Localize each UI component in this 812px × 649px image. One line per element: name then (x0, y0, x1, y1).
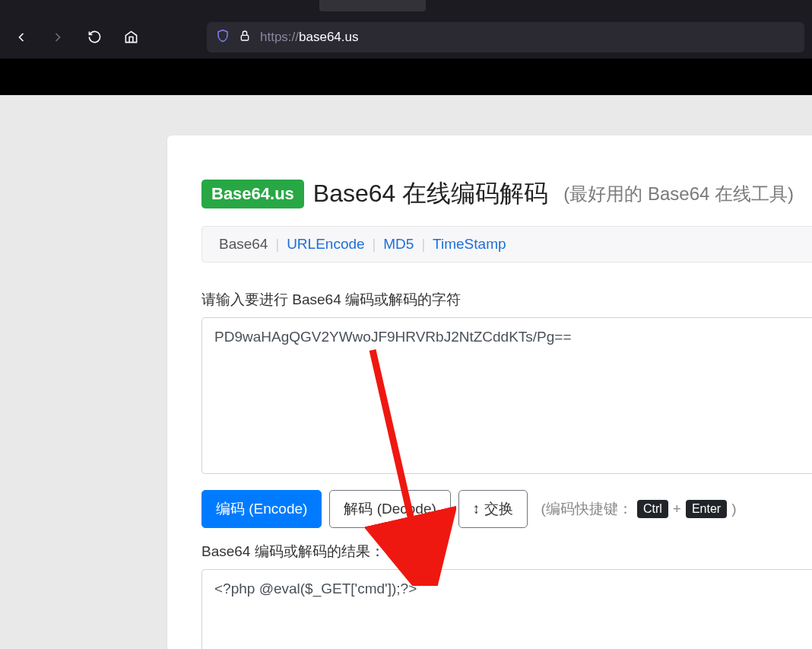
home-button[interactable] (117, 24, 144, 51)
browser-chrome: https://base64.us (0, 0, 812, 59)
reload-button[interactable] (81, 24, 108, 51)
page-subtitle: (最好用的 Base64 在线工具) (563, 182, 794, 206)
svg-rect-0 (241, 35, 248, 40)
url-domain: base64.us (299, 30, 358, 45)
swap-button[interactable]: ↕ 交换 (458, 490, 528, 528)
output-textarea[interactable] (201, 569, 812, 649)
main-panel: Base64.us Base64 在线编码解码 (最好用的 Base64 在线工… (167, 135, 812, 649)
browser-toolbar: https://base64.us (0, 15, 812, 59)
lock-icon (239, 30, 251, 45)
page-background: Base64.us Base64 在线编码解码 (最好用的 Base64 在线工… (0, 95, 812, 649)
shortcut-hint: (编码快捷键： Ctrl + Enter ) (541, 499, 737, 519)
output-label: Base64 编码或解码的结果： (201, 542, 812, 562)
tab-md5[interactable]: MD5 (383, 236, 414, 253)
tab-bar (0, 0, 812, 15)
nav-separator: | (373, 237, 376, 253)
nav-separator: | (275, 237, 279, 253)
tab-timestamp[interactable]: TimeStamp (433, 236, 506, 253)
button-row: 编码 (Encode) 解码 (Decode) ↕ 交换 (编码快捷键： Ctr… (201, 490, 812, 528)
input-textarea[interactable] (201, 317, 812, 474)
shortcut-label: (编码快捷键： (541, 499, 633, 519)
url-protocol: https:// (260, 30, 299, 45)
decode-button[interactable]: 解码 (Decode) (329, 490, 450, 528)
kbd-ctrl: Ctrl (637, 500, 668, 518)
page-title: Base64 在线编码解码 (313, 177, 548, 211)
url-bar[interactable]: https://base64.us (207, 22, 804, 52)
nav-separator: | (421, 237, 425, 253)
shield-icon (216, 29, 230, 46)
tab-placeholder (319, 0, 426, 11)
nav-tabs: Base64 | URLEncode | MD5 | TimeStamp (201, 226, 812, 262)
brand-badge: Base64.us (201, 180, 304, 208)
shortcut-close: ) (731, 501, 736, 517)
url-text: https://base64.us (260, 30, 358, 45)
back-button[interactable] (8, 24, 35, 51)
tab-urlencode[interactable]: URLEncode (287, 236, 364, 253)
title-row: Base64.us Base64 在线编码解码 (最好用的 Base64 在线工… (201, 177, 812, 211)
forward-button[interactable] (44, 24, 71, 51)
input-label: 请输入要进行 Base64 编码或解码的字符 (201, 290, 812, 310)
shortcut-plus: + (673, 501, 681, 517)
encode-button[interactable]: 编码 (Encode) (201, 490, 322, 528)
site-header-strip (0, 59, 812, 95)
kbd-enter: Enter (686, 500, 727, 518)
tab-base64[interactable]: Base64 (219, 236, 268, 253)
